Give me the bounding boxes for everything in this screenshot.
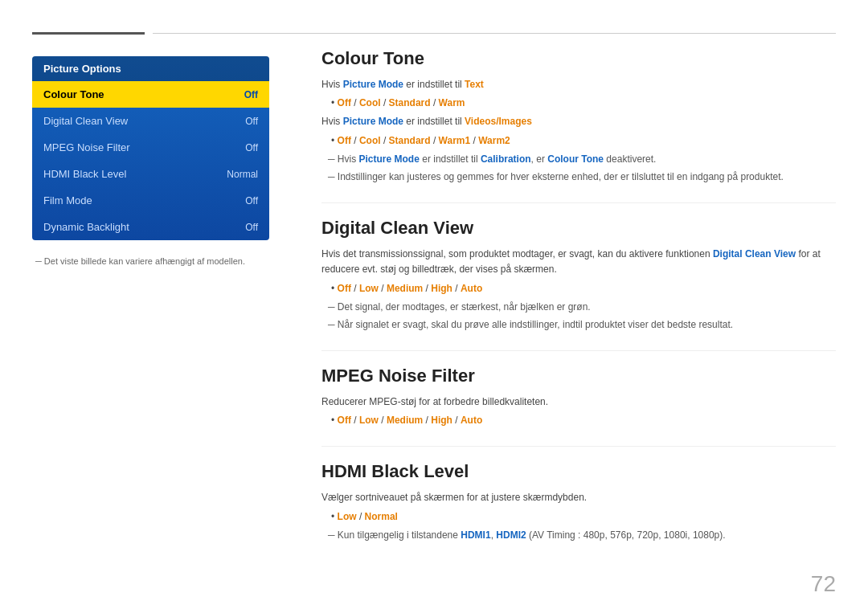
section-paragraph: Hvis Picture Mode er indstillet til Text: [321, 77, 836, 92]
section-paragraph: Hvis det transmissionssignal, som produk…: [321, 247, 836, 277]
bullet-item-2: Off / Cool / Standard / Warm1 / Warm2: [331, 133, 836, 149]
left-panel-note: Det viste billede kan variere afhængigt …: [32, 256, 269, 266]
picture-options-box: Picture Options Colour ToneOffDigital Cl…: [32, 56, 269, 240]
top-bar-long-line: [153, 33, 836, 34]
menu-item-value: Off: [245, 195, 258, 206]
menu-item-label: Film Mode: [43, 194, 92, 206]
section-title-colour-tone: Colour Tone: [321, 48, 836, 69]
section-divider: [321, 350, 836, 351]
bullet-item: Off / Low / Medium / High / Auto: [331, 413, 836, 428]
section-paragraph: Reducerer MPEG-støj for at forbedre bill…: [321, 394, 836, 410]
menu-item-value: Off: [244, 89, 258, 100]
page-number: 72: [811, 571, 836, 597]
menu-item-label: Digital Clean View: [43, 115, 128, 127]
section-title-hdmi-black-level: HDMI Black Level: [321, 461, 836, 482]
section-paragraph: Vælger sortniveauet på skærmen for at ju…: [321, 490, 836, 505]
note-item: Kun tilgængelig i tilstandene HDMI1, HDM…: [321, 528, 836, 543]
menu-item-digital-clean-view[interactable]: Digital Clean ViewOff: [32, 108, 269, 134]
top-bar-short-line: [32, 32, 145, 35]
top-bar: [0, 32, 868, 35]
section-divider: [321, 202, 836, 203]
menu-item-label: MPEG Noise Filter: [43, 141, 130, 153]
section-digital-clean-view: Digital Clean ViewHvis det transmissions…: [321, 218, 836, 333]
menu-item-film-mode[interactable]: Film ModeOff: [32, 187, 269, 214]
menu-item-label: Dynamic Backlight: [43, 221, 129, 233]
bullet-item: Off / Low / Medium / High / Auto: [331, 281, 836, 296]
note-item: Indstillinger kan justeres og gemmes for…: [321, 170, 836, 185]
note-item: Det signal, der modtages, er stærkest, n…: [321, 300, 836, 315]
menu-item-mpeg-noise-filter[interactable]: MPEG Noise FilterOff: [32, 134, 269, 161]
menu-items-container: Colour ToneOffDigital Clean ViewOffMPEG …: [32, 81, 269, 240]
menu-item-value: Normal: [227, 169, 258, 180]
section-paragraph2: Hvis Picture Mode er indstillet til Vide…: [321, 114, 836, 129]
menu-item-colour-tone[interactable]: Colour ToneOff: [32, 81, 269, 108]
menu-item-value: Off: [245, 142, 258, 153]
note-item: Når signalet er svagt, skal du prøve all…: [321, 317, 836, 333]
menu-item-label: Colour Tone: [43, 88, 104, 100]
menu-item-hdmi-black-level[interactable]: HDMI Black LevelNormal: [32, 161, 269, 187]
section-title-mpeg-noise-filter: MPEG Noise Filter: [321, 366, 836, 386]
section-title-digital-clean-view: Digital Clean View: [321, 218, 836, 239]
section-hdmi-black-level: HDMI Black LevelVælger sortniveauet på s…: [321, 461, 836, 543]
note-item: Hvis Picture Mode er indstillet til Cali…: [321, 152, 836, 167]
menu-item-value: Off: [245, 116, 258, 127]
menu-item-value: Off: [245, 222, 258, 233]
menu-item-dynamic-backlight[interactable]: Dynamic BacklightOff: [32, 214, 269, 240]
section-divider: [321, 446, 836, 447]
menu-item-label: HDMI Black Level: [43, 168, 126, 180]
bullet-item: Off / Cool / Standard / Warm: [331, 96, 836, 111]
section-colour-tone: Colour ToneHvis Picture Mode er indstill…: [321, 48, 836, 185]
bullet-item: Low / Normal: [331, 509, 836, 525]
left-panel: Picture Options Colour ToneOffDigital Cl…: [32, 56, 269, 266]
section-mpeg-noise-filter: MPEG Noise FilterReducerer MPEG-støj for…: [321, 366, 836, 428]
picture-options-title: Picture Options: [32, 56, 269, 81]
right-content: Colour ToneHvis Picture Mode er indstill…: [321, 48, 836, 565]
